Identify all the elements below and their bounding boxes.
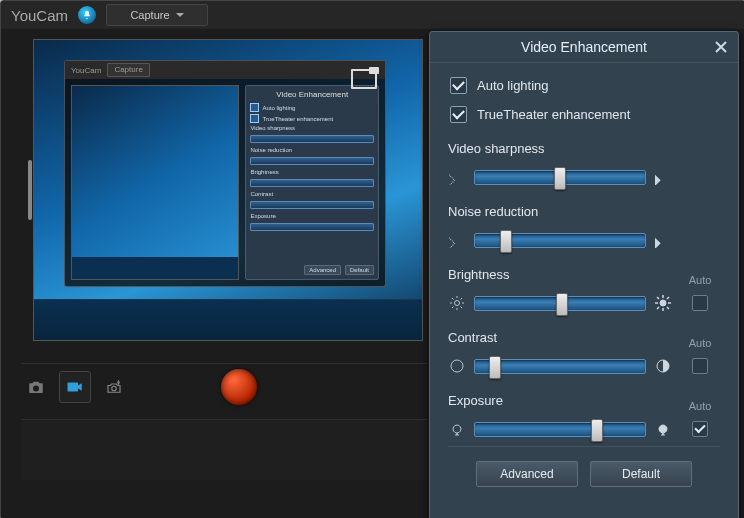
- record-button[interactable]: [221, 369, 257, 405]
- close-button[interactable]: [710, 36, 732, 58]
- svg-point-0: [112, 386, 117, 391]
- contrast-auto-label: Auto: [689, 337, 712, 349]
- exposure-auto-label: Auto: [689, 400, 712, 412]
- photo-mode-button[interactable]: [21, 372, 51, 402]
- mini-panel-title: Video Enhancement: [250, 90, 374, 99]
- noise-slider[interactable]: [474, 233, 646, 248]
- brightness-thumb[interactable]: [556, 293, 568, 316]
- sharpness-label: Video sharpness: [448, 141, 720, 156]
- contrast-low-icon: [448, 357, 466, 375]
- contrast-thumb[interactable]: [489, 356, 501, 379]
- noise-label: Noise reduction: [448, 204, 720, 219]
- video-enhancement-panel: Video Enhancement Auto lighting TrueThea…: [429, 31, 739, 518]
- app-window: YouCam Capture YouCam Capture: [0, 0, 744, 518]
- mini-settings-panel: Video Enhancement Auto lighting TrueThea…: [245, 85, 379, 280]
- top-bar: YouCam Capture: [1, 1, 744, 29]
- auto-lighting-row[interactable]: Auto lighting: [448, 73, 720, 98]
- video-mode-button[interactable]: [59, 371, 91, 403]
- svg-rect-10: [449, 175, 455, 185]
- capture-mode-select[interactable]: Capture: [106, 4, 208, 26]
- panel-header: Video Enhancement: [430, 32, 738, 63]
- default-button[interactable]: Default: [590, 461, 692, 487]
- main-area: YouCam Capture Video Enhancement Auto li…: [1, 29, 744, 518]
- svg-point-14: [455, 301, 460, 306]
- exposure-thumb[interactable]: [591, 419, 603, 442]
- svg-rect-11: [655, 175, 661, 185]
- contrast-label: Contrast: [448, 330, 680, 345]
- mini-preview: [71, 85, 239, 280]
- preview-desktop-taskbar: [34, 299, 422, 340]
- auto-lighting-checkbox[interactable]: [450, 77, 467, 94]
- panel-title: Video Enhancement: [521, 39, 647, 55]
- preview-content: YouCam Capture Video Enhancement Auto li…: [34, 40, 422, 340]
- capture-mode-label: Capture: [130, 9, 169, 21]
- video-preview[interactable]: YouCam Capture Video Enhancement Auto li…: [33, 39, 423, 341]
- sharpness-low-icon: [448, 168, 466, 186]
- brightness-auto-checkbox[interactable]: [692, 295, 708, 311]
- advanced-button[interactable]: Advanced: [476, 461, 578, 487]
- chevron-down-icon: [176, 13, 184, 17]
- sharpness-thumb[interactable]: [554, 167, 566, 190]
- mini-app-name: YouCam: [71, 66, 101, 75]
- truetheater-checkbox[interactable]: [450, 106, 467, 123]
- preview-handle[interactable]: [28, 160, 32, 220]
- noise-low-icon: [448, 231, 466, 249]
- noise-thumb[interactable]: [500, 230, 512, 253]
- exposure-label: Exposure: [448, 393, 680, 408]
- contrast-high-icon: [654, 357, 672, 375]
- exposure-auto-checkbox[interactable]: [692, 421, 708, 437]
- sharpness-high-icon: [654, 168, 672, 186]
- contrast-auto-checkbox[interactable]: [692, 358, 708, 374]
- pip-icon: [351, 69, 377, 89]
- effects-button[interactable]: [99, 372, 129, 402]
- exposure-low-icon: [448, 420, 466, 438]
- brightness-slider[interactable]: [474, 296, 646, 311]
- notification-bell-icon[interactable]: [78, 6, 96, 24]
- truetheater-label: TrueTheater enhancement: [477, 107, 630, 122]
- brightness-high-icon: [654, 294, 672, 312]
- truetheater-row[interactable]: TrueTheater enhancement: [448, 102, 720, 127]
- svg-point-15: [660, 300, 666, 306]
- brightness-label: Brightness: [448, 267, 680, 282]
- brightness-low-icon: [448, 294, 466, 312]
- svg-point-16: [451, 360, 463, 372]
- noise-high-icon: [654, 231, 672, 249]
- svg-rect-12: [449, 238, 455, 248]
- preview-recursive-window: YouCam Capture Video Enhancement Auto li…: [64, 60, 386, 287]
- sharpness-slider[interactable]: [474, 170, 646, 185]
- mini-capture-select: Capture: [107, 63, 149, 77]
- app-logo: YouCam: [11, 7, 68, 24]
- svg-rect-13: [655, 238, 661, 248]
- exposure-slider[interactable]: [474, 422, 646, 437]
- contrast-slider[interactable]: [474, 359, 646, 374]
- brightness-auto-label: Auto: [689, 274, 712, 286]
- exposure-high-icon: [654, 420, 672, 438]
- auto-lighting-label: Auto lighting: [477, 78, 549, 93]
- close-icon: [715, 41, 727, 53]
